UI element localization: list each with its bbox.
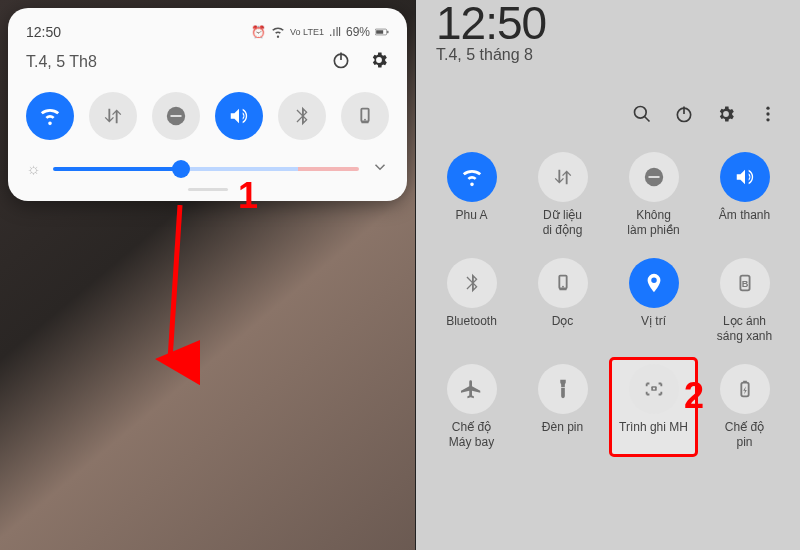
wifi-tile-label: Phu A xyxy=(455,208,487,238)
mobile-data-tile-icon[interactable] xyxy=(538,152,588,202)
bluetooth-tile-icon[interactable] xyxy=(447,258,497,308)
screen-record-tile-label: Trình ghi MH xyxy=(619,420,688,450)
status-icons: ⏰ Vo LTE1 .ıll 69% xyxy=(251,25,389,39)
location-tile-label: Vị trí xyxy=(641,314,666,344)
mobile-data-tile-label: Dữ liệudi động xyxy=(543,208,583,238)
bluelight-tile-label: Lọc ánhsáng xanh xyxy=(717,314,772,344)
wifi-status-icon xyxy=(271,25,285,39)
svg-rect-28 xyxy=(743,381,747,383)
settings-icon[interactable] xyxy=(369,50,389,74)
svg-point-21 xyxy=(562,286,564,288)
sound-tile-label: Âm thanh xyxy=(719,208,770,238)
date-large: T.4, 5 tháng 8 xyxy=(436,46,780,64)
svg-rect-22 xyxy=(559,289,566,291)
location-tile-icon[interactable] xyxy=(629,258,679,308)
quick-settings-row xyxy=(26,92,389,140)
power-icon[interactable] xyxy=(674,104,694,128)
svg-rect-1 xyxy=(387,31,388,33)
battery-tile-icon[interactable] xyxy=(720,364,770,414)
airplane-tile-icon[interactable] xyxy=(447,364,497,414)
expanded-header: 12:50 T.4, 5 tháng 8 xyxy=(416,0,800,64)
alarm-icon: ⏰ xyxy=(251,25,266,39)
battery-tile[interactable]: Chế độpin xyxy=(701,358,788,456)
volte-icon: Vo LTE1 xyxy=(290,27,324,37)
airplane-tile[interactable]: Chế độMáy bay xyxy=(428,358,515,456)
clock: 12:50 xyxy=(26,24,61,40)
rotation-tile[interactable]: Dọc xyxy=(519,252,606,350)
svg-point-11 xyxy=(635,107,647,119)
flashlight-tile-label: Đèn pin xyxy=(542,420,583,450)
svg-point-16 xyxy=(766,112,769,115)
annotation-2: 2 xyxy=(684,375,704,417)
dnd-tile[interactable]: Khônglàm phiền xyxy=(610,146,697,244)
annotation-1: 1 xyxy=(238,175,258,217)
airplane-tile-label: Chế độMáy bay xyxy=(449,420,494,450)
flashlight-tile[interactable]: Đèn pin xyxy=(519,358,606,456)
bluelight-tile-icon[interactable]: B xyxy=(720,258,770,308)
wifi-tile[interactable]: Phu A xyxy=(428,146,515,244)
bluelight-tile[interactable]: BLọc ánhsáng xanh xyxy=(701,252,788,350)
data-toggle[interactable] xyxy=(89,92,137,140)
battery-text: 69% xyxy=(346,25,370,39)
utility-row xyxy=(416,64,800,138)
battery-tile-label: Chế độpin xyxy=(725,420,764,450)
quick-settings-grid: Phu ADữ liệudi độngKhônglàm phiềnÂm than… xyxy=(416,138,800,456)
sound-tile[interactable]: Âm thanh xyxy=(701,146,788,244)
wifi-toggle[interactable] xyxy=(26,92,74,140)
brightness-icon: ☼ xyxy=(26,160,41,178)
status-bar: 12:50 ⏰ Vo LTE1 .ıll 69% xyxy=(26,24,389,40)
svg-rect-9 xyxy=(361,122,368,124)
rotation-tile-icon[interactable] xyxy=(538,258,588,308)
svg-line-10 xyxy=(170,205,180,360)
power-icon[interactable] xyxy=(331,50,351,74)
wifi-tile-icon[interactable] xyxy=(447,152,497,202)
screen-record-tile-icon[interactable] xyxy=(629,364,679,414)
rotation-toggle[interactable] xyxy=(341,92,389,140)
battery-icon xyxy=(375,25,389,39)
expand-brightness-icon[interactable] xyxy=(371,158,389,180)
brightness-slider[interactable] xyxy=(53,167,359,171)
brightness-thumb[interactable] xyxy=(172,160,190,178)
mobile-data-tile[interactable]: Dữ liệudi động xyxy=(519,146,606,244)
drag-handle[interactable] xyxy=(188,188,228,191)
svg-text:B: B xyxy=(741,279,748,289)
bluetooth-tile[interactable]: Bluetooth xyxy=(428,252,515,350)
svg-point-26 xyxy=(652,387,654,389)
flashlight-tile-icon[interactable] xyxy=(538,364,588,414)
svg-point-17 xyxy=(766,118,769,121)
bluetooth-tile-label: Bluetooth xyxy=(446,314,497,344)
clock-large: 12:50 xyxy=(436,0,780,50)
svg-point-15 xyxy=(766,107,769,110)
brightness-row: ☼ xyxy=(26,158,389,180)
signal-icon: .ıll xyxy=(329,25,341,39)
right-screenshot: 12:50 T.4, 5 tháng 8 Phu ADữ liệudi động… xyxy=(415,0,800,550)
svg-line-12 xyxy=(645,117,650,122)
svg-point-8 xyxy=(364,119,366,121)
dnd-tile-label: Khônglàm phiền xyxy=(627,208,679,238)
svg-rect-2 xyxy=(376,30,383,34)
swipe-down-arrow xyxy=(140,205,200,385)
notification-shade[interactable]: 12:50 ⏰ Vo LTE1 .ıll 69% T.4, 5 Th8 xyxy=(8,8,407,201)
search-icon[interactable] xyxy=(632,104,652,128)
sound-toggle[interactable] xyxy=(215,92,263,140)
svg-rect-19 xyxy=(648,176,659,178)
sound-tile-icon[interactable] xyxy=(720,152,770,202)
left-screenshot: 12:50 ⏰ Vo LTE1 .ıll 69% T.4, 5 Th8 xyxy=(0,0,415,550)
rotation-tile-label: Dọc xyxy=(552,314,574,344)
more-icon[interactable] xyxy=(758,104,778,128)
date-row: T.4, 5 Th8 xyxy=(26,50,389,74)
dnd-toggle[interactable] xyxy=(152,92,200,140)
bluetooth-toggle[interactable] xyxy=(278,92,326,140)
svg-rect-6 xyxy=(171,115,182,117)
date-label: T.4, 5 Th8 xyxy=(26,53,97,71)
location-tile[interactable]: Vị trí xyxy=(610,252,697,350)
dnd-tile-icon[interactable] xyxy=(629,152,679,202)
settings-icon[interactable] xyxy=(716,104,736,128)
